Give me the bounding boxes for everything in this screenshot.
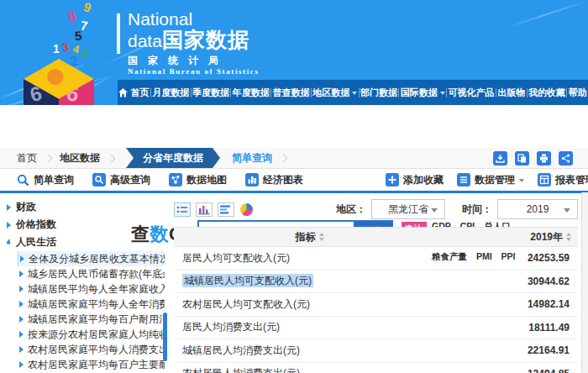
table-row[interactable]: 城镇居民人均消费支出(元) 22164.91	[174, 339, 578, 363]
share-button[interactable]	[559, 151, 573, 165]
tree-item-finance[interactable]: 财政	[7, 198, 165, 216]
pie-view-icon[interactable]	[239, 202, 254, 217]
tree-subitem-label: 城镇居民家庭平均每人全年消费性支出	[28, 297, 165, 312]
nav-item-label: 部门数据	[360, 87, 397, 99]
nav-item-label: 地区数据	[312, 87, 349, 99]
tree-arrow-icon	[7, 204, 11, 211]
tree-subitem-label: 农村居民家庭平均每人消费支出	[28, 343, 165, 357]
bar-chart-view-icon[interactable]	[196, 202, 213, 217]
breadcrumb-region-data[interactable]: 地区数据	[60, 151, 100, 165]
table-row[interactable]: 农村居民人均消费支出(元) 12494.85	[174, 363, 578, 373]
nav-separator	[230, 88, 231, 97]
econ-chart-button[interactable]: 经济图表	[245, 173, 303, 187]
sidebar-scrollbar[interactable]	[163, 313, 167, 361]
nav-item-label: 普查数据	[272, 87, 309, 99]
logo-digit: 1	[53, 42, 60, 55]
sort-icon	[319, 233, 324, 241]
nav-item-census[interactable]: 普查数据	[272, 87, 309, 99]
tree-arrow-icon	[19, 271, 24, 277]
tree-arrow-icon	[19, 331, 24, 338]
region-select[interactable]: 黑龙江省	[371, 199, 445, 219]
hbar-view-icon[interactable]	[218, 202, 234, 217]
nav-item-label: 出版物	[497, 87, 525, 99]
nav-item-monthly[interactable]: 月度数据	[152, 87, 189, 99]
tree-subitem-income-overview[interactable]: 全体及分城乡居民收支基本情况(新口径)	[7, 251, 165, 266]
tree-subitem-savings-deposit[interactable]: 城乡居民人民币储蓄存款(年底余额)	[7, 266, 165, 281]
year-column-header[interactable]: 2019年	[445, 230, 578, 244]
value-cell: 24253.59	[444, 252, 578, 264]
site-banner: 6 6 9 8 7 5 1 3 4 6 2 National data国家数据 …	[0, 0, 588, 105]
national-data-page: 6 6 9 8 7 5 1 3 4 6 2 National data国家数据 …	[0, 0, 588, 373]
logo-digit: 5	[74, 29, 82, 44]
indicator-column-header[interactable]: 指标	[174, 230, 445, 244]
data-manage-button[interactable]: 数据管理	[457, 173, 524, 187]
list-view-icon[interactable]	[174, 202, 191, 217]
chevron-down-icon	[352, 92, 357, 97]
table-row[interactable]: 城镇居民人均可支配收入(元) 30944.62	[174, 271, 578, 294]
tab-province-annual-data[interactable]: 分省年度数据	[126, 148, 220, 168]
toolbar-right-group: 添加收藏 数据管理 报表管理	[386, 173, 588, 187]
tree-subitem-urban-income-source[interactable]: 城镇居民平均每人全年家庭收入来源	[7, 281, 165, 297]
filters: 地区： 黑龙江省 时间： 2019	[336, 199, 578, 219]
nav-item-help[interactable]: 帮助	[569, 87, 587, 99]
advanced-query-button[interactable]: 高级查询	[92, 173, 150, 187]
table-row[interactable]: 农村居民人均可支配收入(元) 14982.14	[174, 293, 578, 317]
time-select-value: 2019	[527, 203, 549, 215]
breadcrumb-home[interactable]: 首页	[17, 151, 37, 165]
nav-separator	[359, 88, 360, 97]
year-header-label: 2019年	[530, 230, 563, 244]
table-row[interactable]: 居民人均可支配收入(元) 24253.59	[174, 247, 578, 271]
tree-subitem-rural-net-income[interactable]: 按来源分农村居民家庭人均纯收入	[7, 327, 165, 342]
search-outline-icon	[17, 174, 29, 186]
nav-item-visualization[interactable]: 可视化产品	[448, 87, 494, 99]
banner-ray	[502, 0, 588, 29]
nav-item-department[interactable]: 部门数据	[360, 87, 397, 99]
nav-item-quarterly[interactable]: 季度数据	[192, 87, 229, 99]
tree-arrow-icon	[7, 222, 11, 229]
tree-subitem-rural-durables[interactable]: 农村居民家庭平均每百户主要耐用消费品拥有量	[7, 357, 165, 372]
nav-item-publications[interactable]: 出版物	[497, 87, 525, 99]
site-title: National data国家数据	[128, 10, 249, 50]
copy-button[interactable]	[515, 151, 529, 165]
nav-separator	[566, 88, 567, 97]
site-title-line2-cn: 国家数据	[162, 28, 249, 51]
time-select[interactable]: 2019	[497, 199, 578, 219]
share-icon	[561, 154, 570, 163]
download-button[interactable]	[493, 151, 507, 165]
chevron-right-icon	[108, 154, 116, 162]
breadcrumb-simple-query[interactable]: 简单查询	[232, 151, 272, 165]
nav-item-annual[interactable]: 年度数据	[233, 87, 270, 99]
tree-item-label: 财政	[16, 200, 36, 214]
nav-separator	[496, 88, 496, 97]
tree-subitem-urban-durables[interactable]: 城镇居民家庭平均每百户耐用消费品拥有量	[7, 312, 165, 327]
tree-arrow-icon	[19, 361, 24, 368]
nav-separator	[311, 88, 312, 97]
tree-item-people-livelihood[interactable]: 人民生活	[7, 234, 165, 251]
add-favorite-button[interactable]: 添加收藏	[386, 173, 444, 187]
page-scrollbar[interactable]	[581, 192, 588, 373]
tree-item-price-index[interactable]: 价格指数	[7, 216, 165, 234]
table-row[interactable]: 居民人均消费支出(元) 18111.49	[174, 317, 578, 340]
tool-label: 报表管理	[555, 173, 588, 187]
tool-label: 数据地图	[186, 173, 227, 187]
tree-subitem-rural-consumption[interactable]: 农村居民家庭平均每人消费支出	[7, 342, 165, 357]
tool-label: 简单查询	[34, 173, 74, 187]
data-panel: 地区： 黑龙江省 时间： 2019 指标 2019年	[174, 198, 578, 373]
data-map-button[interactable]: 数据地图	[169, 173, 227, 187]
simple-query-button[interactable]: 简单查询	[17, 173, 74, 187]
region-select-value: 黑龙江省	[388, 202, 428, 217]
tree-subitem-urban-consumption[interactable]: 城镇居民家庭平均每人全年消费性支出	[7, 297, 165, 312]
table-manage-icon	[538, 173, 551, 186]
nav-item-favorites[interactable]: 我的收藏	[528, 87, 565, 99]
print-button[interactable]	[537, 151, 551, 165]
report-manage-button[interactable]: 报表管理	[538, 173, 588, 187]
nav-separator	[191, 88, 192, 97]
home-icon	[118, 88, 128, 97]
chevron-down-icon	[564, 208, 570, 216]
tree-arrow-icon	[19, 346, 24, 353]
cube-logo: 6 6	[24, 59, 94, 105]
nav-item-international[interactable]: 国际数据	[401, 87, 445, 99]
nav-separator	[398, 88, 399, 97]
nav-item-regional[interactable]: 地区数据	[312, 87, 357, 99]
nav-item-home[interactable]: 首页	[118, 87, 149, 99]
